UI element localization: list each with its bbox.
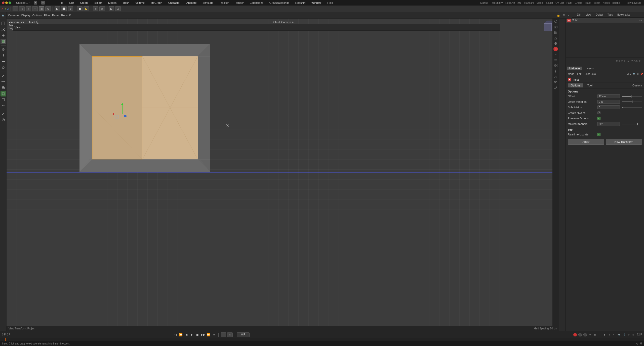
tab-options[interactable]: Options	[568, 83, 583, 87]
snap-button[interactable]: 🔲	[77, 6, 83, 11]
record-button[interactable]	[573, 333, 577, 336]
menu-character[interactable]: Character	[167, 1, 181, 4]
menu-edit[interactable]: Edit	[68, 1, 75, 4]
sidebar-mode-points[interactable]	[1, 27, 6, 32]
side-icon-9[interactable]	[553, 80, 558, 84]
display-tab[interactable]: Display	[21, 14, 30, 17]
attrs-userdata-btn[interactable]: User Data	[583, 72, 597, 76]
sidebar-weld-icon[interactable]	[1, 103, 6, 109]
workspace-standard[interactable]: Standard	[523, 2, 535, 4]
workspace-nodes[interactable]: Nodes	[601, 2, 611, 4]
attrs-forward-icon[interactable]: ▶	[630, 73, 632, 75]
menu-help[interactable]: Help	[326, 1, 334, 4]
obj-render-icon[interactable]: ●	[641, 19, 642, 21]
menu-greyscalegorilla[interactable]: Greyscalegorilla	[268, 1, 290, 4]
side-icon-camera[interactable]	[553, 25, 558, 29]
side-icon-6[interactable]	[553, 58, 558, 62]
attrs-search-icon[interactable]: 🔍	[633, 73, 636, 75]
attrs-tab-attributes[interactable]: Attributes	[567, 67, 582, 70]
workspace-script[interactable]: Script	[593, 2, 601, 4]
snapshot-btn[interactable]: 📷	[617, 333, 621, 337]
side-icon-2[interactable]	[553, 19, 558, 24]
menu-select[interactable]: Select	[94, 1, 103, 4]
workspace-track[interactable]: Track	[584, 2, 592, 4]
quantize-button[interactable]: 📐	[84, 6, 89, 11]
sidebar-sculpt-icon[interactable]	[1, 117, 6, 123]
redo-button[interactable]: ↪	[19, 6, 25, 11]
render-button[interactable]: ▶	[55, 6, 60, 11]
sidebar-paint-icon[interactable]	[1, 111, 6, 117]
auto-key-button[interactable]	[583, 333, 587, 336]
tab-custom[interactable]: Custom	[632, 84, 642, 87]
workspace-octane[interactable]: octane	[611, 2, 621, 4]
subdivision-slider[interactable]	[622, 107, 642, 108]
side-icon-pen[interactable]	[553, 85, 558, 90]
sidebar-mode-object[interactable]	[1, 21, 6, 26]
obj-visibility-icon[interactable]: ●	[639, 19, 640, 21]
world-axis-button[interactable]: ⊕	[99, 6, 105, 11]
next-step-button[interactable]: ▶▶	[201, 332, 205, 337]
side-icon-3[interactable]	[553, 30, 558, 35]
audio-btn[interactable]: 🎵	[622, 333, 626, 337]
frame-mode-button[interactable]: F	[221, 332, 226, 337]
subdivision-value[interactable]: 0	[597, 105, 620, 109]
menu-extensions[interactable]: Extensions	[249, 1, 264, 4]
minimize-button[interactable]	[5, 2, 8, 4]
status-icon-2[interactable]: M	[640, 342, 642, 345]
motion-path-btn[interactable]: ⟳	[588, 333, 592, 337]
menu-simulate[interactable]: Simulate	[202, 1, 214, 4]
tab-tool[interactable]: Tool	[584, 83, 595, 87]
side-icon-4[interactable]	[553, 36, 558, 40]
key-btn[interactable]: ◆	[603, 333, 607, 337]
sidebar-search-icon[interactable]: 🔍	[1, 13, 6, 19]
move-button[interactable]: ✛	[32, 6, 38, 11]
menu-tracker[interactable]: Tracker	[218, 1, 230, 4]
close-button[interactable]	[2, 2, 5, 4]
sidebar-rotate-icon[interactable]	[1, 65, 6, 70]
menu-create[interactable]: Create	[79, 1, 90, 4]
sidebar-inset-icon[interactable]	[1, 91, 6, 96]
maximum-angle-slider[interactable]	[622, 124, 642, 124]
cameras-tab[interactable]: Cameras	[8, 14, 19, 17]
panel-tab[interactable]: Panel	[52, 14, 59, 17]
rotate-button[interactable]: ↻	[45, 6, 51, 11]
attrs-edit-btn[interactable]: Edit	[576, 72, 582, 76]
anim-btn[interactable]: ⊕	[608, 333, 612, 337]
sidebar-scale-icon[interactable]	[1, 59, 6, 64]
menu-mesh[interactable]: Mesh	[122, 1, 130, 4]
side-icon-7[interactable]	[553, 63, 558, 68]
attrs-tab-layers[interactable]: Layers	[583, 67, 596, 70]
next-frame-button[interactable]: ⏩	[206, 332, 211, 337]
loop-mode-button[interactable]: ♫	[227, 332, 233, 337]
offset-variation-value[interactable]: 0 %	[597, 100, 620, 104]
redshift-view-tab[interactable]: Redshift	[61, 14, 71, 17]
view-tab[interactable]: View	[13, 24, 500, 31]
menu-render[interactable]: Render	[234, 1, 245, 4]
axis-z-label[interactable]: Z	[7, 7, 9, 10]
offset-slider[interactable]	[622, 96, 642, 97]
sidebar-mode-polygons[interactable]	[1, 39, 6, 44]
main-viewport[interactable]: Perspective Selected Total Polys 1 16 In…	[7, 19, 559, 326]
side-icon-highlight[interactable]	[553, 47, 558, 51]
prev-frame-button[interactable]: ⏪	[179, 332, 183, 337]
close-tab-button[interactable]: ✕	[34, 1, 37, 5]
sidebar-extrude-icon[interactable]	[1, 85, 6, 90]
attrs-options-icon[interactable]: ⚙	[637, 73, 639, 75]
status-icon-1[interactable]: ⊙	[636, 342, 638, 345]
attrs-mode-btn[interactable]: Mode	[567, 72, 575, 76]
realtime-update-checkbox[interactable]	[597, 133, 600, 136]
attrs-back-icon[interactable]: ◀	[627, 73, 629, 75]
workspace-zzz[interactable]: zzz	[516, 2, 522, 4]
tree-item-cube[interactable]: ■ Cube ● ●	[566, 18, 644, 23]
workspace-redshift[interactable]: RedShift	[504, 2, 516, 4]
axis-x-label[interactable]: X	[2, 7, 3, 10]
viewport-fullscreen-icon[interactable]: ⊞	[561, 13, 566, 17]
menu-window[interactable]: Window	[310, 1, 322, 4]
menu-mograph[interactable]: MoGraph	[150, 1, 163, 4]
viewport-menu-icon[interactable]: ≡	[567, 13, 571, 17]
side-icon-5[interactable]: ≡	[553, 52, 558, 57]
objtb-view[interactable]: View	[584, 13, 593, 16]
objtb-object[interactable]: Object	[594, 13, 605, 16]
options-tab[interactable]: Options	[32, 14, 42, 17]
sync-btn[interactable]: ↕	[598, 333, 602, 337]
